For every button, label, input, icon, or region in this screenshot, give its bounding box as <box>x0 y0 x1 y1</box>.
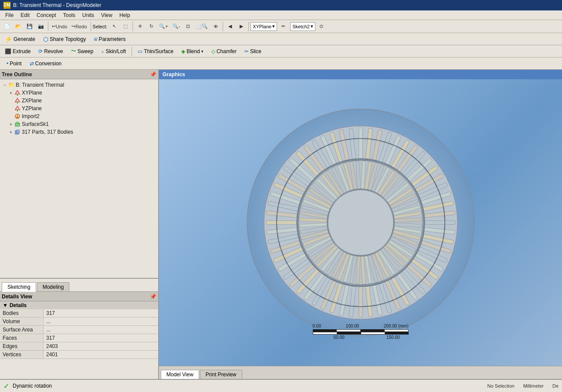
svg-marker-2 <box>15 98 20 102</box>
chamfer-button[interactable]: ◇ Chamfer <box>208 46 240 57</box>
tree-label-bodies: 317 Parts, 317 Bodies <box>22 129 73 135</box>
menu-units[interactable]: Units <box>79 11 98 19</box>
details-value-vertices: 2401 <box>44 351 61 358</box>
revolve-button[interactable]: ⟳ Revolve <box>35 46 66 57</box>
sketch-value: Sketch2 <box>292 24 310 29</box>
tabs-container: Sketching Modeling <box>0 279 158 292</box>
tree-item-yzplane[interactable]: YZPlane <box>0 105 158 112</box>
skin-loft-button[interactable]: ⬦ Skin/Loft <box>98 46 129 57</box>
redo-button[interactable]: ↪ Redo <box>70 21 88 32</box>
status-bar: ✓ Dynamic rotation No Selection Millimet… <box>0 379 562 392</box>
left-panel: Tree Outline 📌 − 📁 B: Transient Thermal … <box>0 70 159 379</box>
plane-icon-yz <box>14 105 21 112</box>
menu-tools[interactable]: Tools <box>60 11 79 19</box>
tab-print-preview[interactable]: Print Preview <box>200 370 242 379</box>
menu-help[interactable]: Help <box>116 11 134 19</box>
next-view-button[interactable]: ▶ <box>236 21 247 32</box>
zoom-in-button[interactable]: 🔍+ <box>157 21 169 32</box>
screenshot-button[interactable]: 📷 <box>36 21 46 32</box>
unit-status: Millimeter <box>523 383 544 389</box>
skin-loft-label: Skin/Loft <box>105 48 126 54</box>
blend-button[interactable]: ◈ Blend ▾ <box>178 46 207 57</box>
collapse-icon[interactable]: ▼ <box>3 302 8 308</box>
details-section: ▼ Details <box>0 301 158 309</box>
generate-button[interactable]: ⚡ Generate <box>2 34 38 44</box>
tree-item-import2[interactable]: Import2 <box>0 112 158 120</box>
share-topology-button[interactable]: ⬡ Share Topology <box>40 34 89 44</box>
zoom-box-button[interactable]: ⬜🔍 <box>194 21 210 32</box>
parameters-button[interactable]: ≡ Parameters <box>91 34 129 44</box>
sketch-dropdown[interactable]: Sketch2 ▾ <box>290 22 315 31</box>
graphics-header: Graphics <box>159 70 562 79</box>
tree-item-zxplane[interactable]: ZXPlane <box>0 97 158 105</box>
look-at-sketch-button[interactable]: ⊙ <box>316 21 327 32</box>
extrude-button[interactable]: ⬛ Extrude <box>2 46 34 57</box>
details-label-edges: Edges <box>0 342 44 350</box>
details-row-edges: Edges 2403 <box>0 342 158 351</box>
folder-icon: 📁 <box>8 81 15 88</box>
motor-geometry <box>239 101 483 345</box>
tab-model-view[interactable]: Model View <box>161 370 199 379</box>
tab-modeling[interactable]: Modeling <box>37 282 70 291</box>
details-body: ▼ Details Bodies 317 Volume ... Surface … <box>0 301 158 379</box>
right-panel: Graphics <box>159 70 562 379</box>
tree-expand-bodies[interactable]: + <box>8 130 14 135</box>
details-value-volume: ... <box>44 318 53 325</box>
tree-expand-root[interactable]: − <box>2 83 8 88</box>
new-sketch-button[interactable]: ✏ <box>278 21 288 32</box>
tree-label-import: Import2 <box>22 113 40 119</box>
revolve-label: Revolve <box>44 48 63 54</box>
surface-icon <box>14 121 21 128</box>
zoom-out-button[interactable]: 🔍- <box>171 21 182 32</box>
menu-file[interactable]: File <box>2 11 17 19</box>
menu-view[interactable]: View <box>98 11 116 19</box>
tree-label-root: B: Transient Thermal <box>16 82 64 88</box>
details-value-faces: 317 <box>44 334 58 342</box>
tree-label-surface: SurfaceSk1 <box>22 121 49 127</box>
slice-button[interactable]: ✂ Slice <box>241 46 264 57</box>
generate-label: Generate <box>14 36 35 42</box>
tree-item-bodies[interactable]: + 317 Parts, 317 Bodies <box>0 128 158 136</box>
menu-concept[interactable]: Concept <box>33 11 60 19</box>
rotate-button[interactable]: ↻ <box>146 21 156 32</box>
plane-dropdown[interactable]: XYPlane ▾ <box>251 22 277 31</box>
extra-status: De <box>552 383 559 389</box>
sweep-button[interactable]: 〜 Sweep <box>68 46 97 57</box>
tree-pin-icon[interactable]: 📌 <box>150 71 156 78</box>
tree-item-root[interactable]: − 📁 B: Transient Thermal <box>0 81 158 89</box>
thin-surface-button[interactable]: ▭ Thin/Surface <box>135 46 176 57</box>
tab-sketching[interactable]: Sketching <box>2 282 36 292</box>
select-single-button[interactable]: ↖ <box>109 21 119 32</box>
move-button[interactable]: ✛ <box>135 21 145 32</box>
save-button[interactable]: 💾 <box>24 21 35 32</box>
menu-edit[interactable]: Edit <box>17 11 33 19</box>
tree-expand-xy[interactable]: + <box>8 91 14 95</box>
look-at-button[interactable]: 👁 <box>210 21 221 32</box>
sweep-label: Sweep <box>78 48 94 54</box>
tree-item-surface[interactable]: + SurfaceSk1 <box>0 120 158 128</box>
previous-view-button[interactable]: ◀ <box>225 21 235 32</box>
details-label-vertices: Vertices <box>0 351 44 358</box>
tree-item-xyplane[interactable]: + XYPlane <box>0 89 158 97</box>
fit-button[interactable]: ⊡ <box>183 21 193 32</box>
section-title: Details <box>10 302 27 308</box>
details-pin-icon[interactable]: 📌 <box>150 294 156 300</box>
tree-expand-surface[interactable]: + <box>8 122 14 127</box>
new-button[interactable]: 📄 <box>2 21 12 32</box>
graphics-area[interactable]: 0.00 100.00 200.00 (mm) <box>159 79 562 366</box>
tree-label-zx: ZXPlane <box>22 98 42 104</box>
tree-label-xy: XYPlane <box>22 90 42 96</box>
open-button[interactable]: 📂 <box>13 21 24 32</box>
details-value-surface-area: ... <box>44 326 53 334</box>
undo-button[interactable]: ↩ Undo <box>50 21 69 32</box>
tree-outline: Tree Outline 📌 − 📁 B: Transient Thermal … <box>0 70 158 279</box>
conversion-button[interactable]: ⇄ Conversion <box>27 58 65 69</box>
scale-label-0: 0.00 <box>313 324 321 328</box>
point-button[interactable]: • Point <box>3 58 25 69</box>
blend-dropdown-icon[interactable]: ▾ <box>201 49 203 54</box>
scale-label-200: 200.00 (mm) <box>384 324 409 328</box>
svg-marker-9 <box>15 122 20 123</box>
bodies-icon <box>14 128 21 135</box>
undo-icon: ↩ <box>52 24 56 29</box>
select-box-button[interactable]: ⬚ <box>120 21 131 32</box>
